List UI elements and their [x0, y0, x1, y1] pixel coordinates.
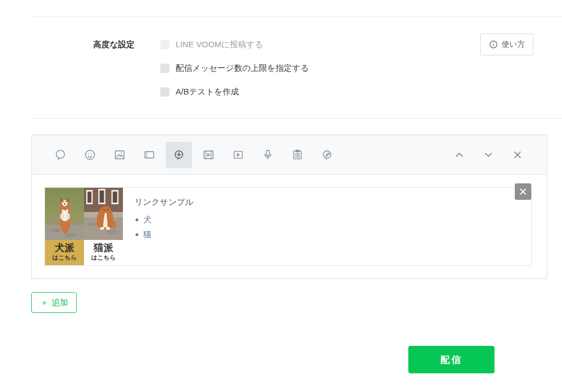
move-up-icon[interactable] — [447, 143, 471, 167]
advanced-settings-label: 高度な設定 — [93, 40, 134, 50]
dog-photo — [45, 188, 84, 240]
preview-link-row: 猫 — [134, 227, 193, 242]
checkbox-ab-test[interactable] — [160, 87, 170, 97]
cat-caption: 猫派 はこちら — [84, 240, 123, 265]
checkbox-label: LINE VOOMに投稿する — [176, 40, 263, 50]
preview-link-row: 犬 — [134, 212, 193, 227]
close-composer-icon[interactable] — [505, 143, 530, 167]
message-composer-card: 犬派 はこちら — [31, 135, 547, 279]
preview-text-block: リンクサンプル 犬 猫 — [134, 197, 193, 242]
composer-nav-group — [442, 143, 530, 167]
help-button-label: 使い方 — [502, 40, 525, 49]
video-icon[interactable] — [225, 142, 251, 168]
emoji-sticker-icon[interactable] — [77, 142, 103, 168]
composer-content: 犬派 はこちら — [32, 175, 547, 278]
composer-toolbar — [32, 135, 547, 175]
card-type-message-icon[interactable] — [314, 142, 340, 168]
plus-icon: ＋ — [40, 298, 48, 308]
checkbox-message-limit[interactable] — [160, 64, 170, 73]
text-message-icon[interactable] — [47, 142, 74, 168]
add-button-label: 追加 — [52, 298, 68, 308]
checkbox-row-ab-test[interactable]: A/Bテストを作成 — [160, 87, 309, 97]
rich-message-thumbnail[interactable]: 犬派 はこちら — [45, 188, 123, 265]
cat-caption-subtitle: はこちら — [84, 254, 123, 262]
checkbox-row-line-voom[interactable]: LINE VOOMに投稿する — [160, 40, 309, 50]
dog-caption-subtitle: はこちら — [45, 254, 84, 262]
add-message-button[interactable]: ＋ 追加 — [31, 292, 77, 313]
checkbox-label: A/Bテストを作成 — [176, 87, 239, 97]
info-icon — [489, 40, 498, 49]
help-button[interactable]: 使い方 — [480, 33, 533, 55]
preview-link-dog[interactable]: 犬 — [143, 215, 151, 225]
coupon-icon[interactable] — [136, 142, 162, 168]
rich-message-preview: 犬派 はこちら — [44, 187, 532, 266]
image-icon[interactable] — [106, 142, 133, 168]
advanced-settings-options: LINE VOOMに投稿する 配信メッセージ数の上限を指定する A/Bテストを作… — [160, 40, 309, 110]
preview-title: リンクサンプル — [134, 197, 193, 208]
remove-preview-button[interactable] — [515, 183, 531, 200]
cat-photo — [84, 188, 123, 240]
checkbox-row-message-limit[interactable]: 配信メッセージ数の上限を指定する — [160, 63, 309, 74]
voice-message-icon[interactable] — [255, 142, 281, 168]
cat-caption-title: 猫派 — [84, 242, 123, 254]
dog-caption: 犬派 はこちら — [45, 240, 84, 265]
thumbnail-cat-panel: 猫派 はこちら — [84, 188, 123, 265]
bullet-icon — [136, 219, 138, 221]
top-divider — [31, 16, 562, 17]
dog-caption-title: 犬派 — [45, 242, 84, 254]
thumbnail-dog-panel: 犬派 はこちら — [45, 188, 84, 265]
section-divider — [31, 118, 562, 119]
move-down-icon[interactable] — [476, 143, 501, 167]
rich-message-icon[interactable] — [166, 142, 192, 168]
survey-icon[interactable] — [284, 142, 311, 168]
checkbox-line-voom[interactable] — [160, 40, 170, 49]
bullet-icon — [136, 233, 138, 236]
preview-link-cat[interactable]: 猫 — [143, 229, 151, 240]
broadcast-button[interactable]: 配信 — [408, 346, 494, 373]
checkbox-label: 配信メッセージ数の上限を指定する — [176, 63, 309, 74]
rich-video-message-icon[interactable] — [195, 142, 222, 168]
